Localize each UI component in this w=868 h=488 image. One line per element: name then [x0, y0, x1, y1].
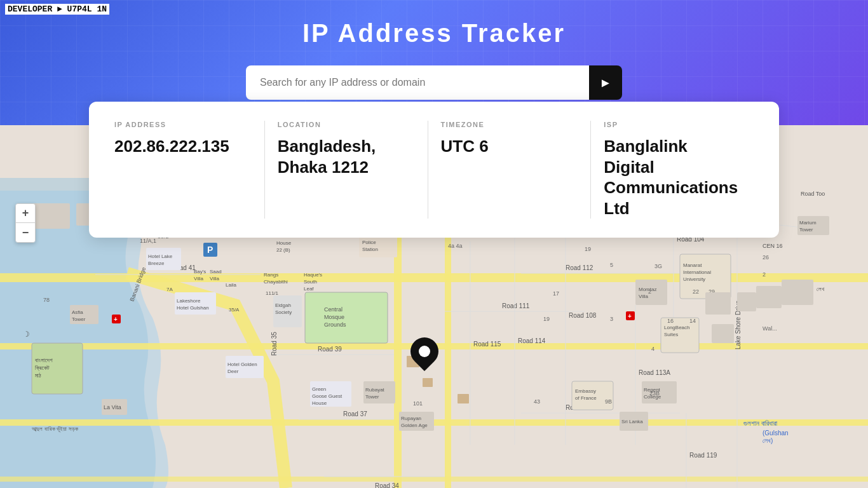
svg-text:Bay's: Bay's — [194, 269, 206, 274]
svg-text:Villa: Villa — [639, 294, 649, 299]
svg-text:43: 43 — [534, 398, 540, 405]
timezone-section: TIMEZONE UTC 6 — [428, 121, 592, 219]
svg-text:Tower: Tower — [365, 394, 379, 400]
svg-text:35/A: 35/A — [229, 307, 240, 313]
svg-text:Rubayat: Rubayat — [365, 387, 385, 393]
ip-address-value: 202.86.222.135 — [114, 136, 252, 157]
info-card: IP ADDRESS 202.86.222.135 LOCATION Bangl… — [89, 102, 779, 238]
svg-text:মাঠ: মাঠ — [35, 372, 41, 379]
svg-text:17: 17 — [553, 290, 559, 297]
svg-rect-173 — [737, 292, 756, 311]
svg-text:CEN 16: CEN 16 — [763, 243, 783, 249]
svg-text:গুলশান বারিধারা: গুলশান বারিধারা — [743, 419, 778, 427]
svg-text:101: 101 — [413, 400, 423, 407]
svg-text:Laila: Laila — [226, 282, 236, 288]
app-title: IP Address Tracker — [0, 19, 868, 48]
svg-text:Asfia: Asfia — [72, 309, 83, 315]
svg-text:Society: Society — [275, 309, 292, 315]
location-value: Bangladesh, Dhaka 1212 — [278, 136, 415, 177]
svg-text:78: 78 — [43, 297, 50, 303]
svg-text:Leaf: Leaf — [304, 286, 314, 292]
search-input[interactable] — [246, 65, 589, 100]
svg-rect-170 — [458, 394, 469, 403]
svg-text:International: International — [683, 269, 711, 275]
svg-text:5: 5 — [610, 262, 613, 268]
svg-text:Road 108: Road 108 — [569, 312, 597, 319]
svg-text:Road 111: Road 111 — [502, 302, 530, 309]
svg-text:Eidgah: Eidgah — [275, 302, 291, 308]
svg-text:2: 2 — [648, 288, 651, 295]
svg-text:Road 115: Road 115 — [473, 341, 501, 348]
svg-text:আব্দুল বারিক ভূঁইয়া সড়ক: আব্দুল বারিক ভূঁইয়া সড়ক — [32, 426, 79, 433]
svg-text:Road 35: Road 35 — [271, 332, 278, 356]
svg-text:111/1: 111/1 — [266, 290, 279, 296]
svg-rect-171 — [705, 292, 731, 315]
isp-section: ISP Banglalink Digital Communications Lt… — [591, 121, 754, 219]
svg-text:Hotel Lake: Hotel Lake — [148, 254, 173, 259]
svg-rect-174 — [756, 286, 782, 308]
svg-text:(Gulshan: (Gulshan — [763, 430, 789, 437]
svg-text:4: 4 — [651, 346, 654, 352]
svg-text:Suites: Suites — [664, 332, 678, 337]
svg-text:Lakeshore: Lakeshore — [177, 298, 201, 304]
svg-rect-175 — [782, 280, 813, 305]
svg-text:26: 26 — [763, 254, 769, 261]
svg-text:+: + — [628, 313, 632, 320]
svg-text:22 (B): 22 (B) — [276, 247, 290, 253]
svg-text:LongBeach: LongBeach — [664, 325, 689, 330]
zoom-in-button[interactable]: + — [16, 204, 35, 223]
svg-text:Road 34: Road 34 — [375, 482, 399, 488]
svg-text:Station: Station — [362, 247, 378, 252]
svg-text:লেখ: লেখ — [817, 286, 825, 292]
location-section: LOCATION Bangladesh, Dhaka 1212 — [265, 121, 428, 219]
svg-text:Tower: Tower — [799, 227, 813, 233]
svg-text:3G: 3G — [654, 263, 662, 269]
svg-text:Grounds: Grounds — [324, 322, 346, 328]
zoom-out-button[interactable]: − — [16, 223, 35, 242]
svg-text:Road Too: Road Too — [801, 191, 825, 197]
svg-text:Wal...: Wal... — [763, 325, 777, 332]
svg-text:South: South — [304, 279, 317, 285]
svg-text:Deer: Deer — [227, 369, 239, 374]
svg-rect-43 — [305, 292, 388, 343]
svg-text:P: P — [207, 245, 213, 255]
search-button[interactable]: ► — [589, 65, 622, 100]
svg-text:House: House — [312, 400, 327, 406]
svg-rect-40 — [32, 203, 70, 229]
ip-address-section: IP ADDRESS 202.86.222.135 — [114, 121, 265, 219]
timezone-value: UTC 6 — [441, 136, 578, 157]
svg-text:Police: Police — [362, 240, 376, 245]
svg-text:☽: ☽ — [23, 330, 30, 339]
svg-text:Road 37: Road 37 — [343, 410, 367, 417]
search-container: ► — [0, 65, 868, 100]
svg-text:Breeze: Breeze — [148, 261, 165, 266]
svg-text:বাংলাদেশ: বাংলাদেশ — [35, 357, 53, 363]
svg-text:Road 39: Road 39 — [318, 346, 342, 353]
svg-text:Embassy: Embassy — [575, 388, 596, 394]
svg-text:11/A,1: 11/A,1 — [140, 238, 156, 244]
svg-text:Road 114: Road 114 — [518, 337, 546, 344]
svg-text:Rangs: Rangs — [264, 272, 278, 278]
svg-text:Sri Lanka: Sri Lanka — [621, 419, 643, 424]
svg-text:4a  4a: 4a 4a — [448, 243, 463, 249]
svg-text:23B: 23B — [649, 390, 660, 396]
svg-text:Goose Guest: Goose Guest — [312, 393, 342, 399]
svg-rect-4 — [0, 477, 868, 482]
svg-text:Green: Green — [312, 386, 326, 392]
svg-text:House: House — [276, 240, 292, 246]
svg-text:লেখ): লেখ) — [763, 437, 773, 444]
isp-label: ISP — [604, 121, 741, 128]
svg-text:19: 19 — [585, 246, 591, 252]
svg-text:Hotel Golden: Hotel Golden — [227, 362, 257, 367]
svg-text:Hotel Gulshan: Hotel Gulshan — [177, 305, 209, 311]
isp-value: Banglalink Digital Communications Ltd — [604, 136, 741, 219]
svg-text:Road 119: Road 119 — [689, 452, 717, 459]
svg-text:Rupayan: Rupayan — [401, 416, 421, 421]
svg-text:Mosque: Mosque — [324, 314, 344, 320]
svg-text:Golden Age: Golden Age — [401, 423, 428, 428]
svg-text:Road 112: Road 112 — [566, 264, 593, 271]
svg-text:2: 2 — [763, 271, 766, 278]
svg-text:14: 14 — [689, 318, 696, 324]
svg-text:7A: 7A — [166, 287, 173, 292]
svg-text:22: 22 — [693, 288, 699, 295]
